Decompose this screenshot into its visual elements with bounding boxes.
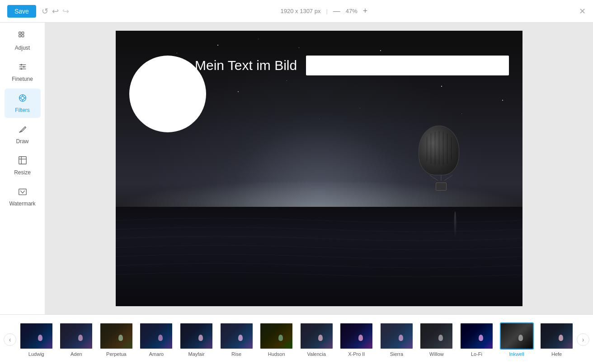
sidebar-item-watermark-label: Watermark	[9, 201, 35, 207]
filter-thumb-valencia	[300, 322, 334, 350]
filter-item-mayfair[interactable]: Mayfair	[177, 321, 216, 359]
filter-thumb-willow	[419, 322, 453, 350]
svg-rect-0	[19, 32, 21, 34]
history-controls: ↺ ↩ ↪	[42, 6, 69, 16]
balloon-basket	[436, 182, 447, 191]
filter-item-inkwell[interactable]: Inkwell	[497, 321, 537, 359]
zoom-out-icon[interactable]: —	[333, 7, 340, 15]
filter-label-valencia: Valencia	[307, 351, 326, 357]
filter-label-amaro: Amaro	[149, 351, 164, 357]
image-dimensions: 1920 x 1307 px	[281, 8, 321, 14]
text-overlay-container: Mein Text im Bild	[195, 56, 509, 75]
filter-label-ludwig: Ludwig	[28, 351, 44, 357]
filter-item-hefe[interactable]: Hefe	[537, 321, 576, 359]
filter-thumb-aden	[59, 322, 93, 350]
sidebar-item-filters-label: Filters	[15, 107, 30, 113]
resize-icon	[18, 155, 28, 168]
close-icon[interactable]: ✕	[579, 6, 586, 16]
svg-rect-3	[22, 35, 24, 37]
watermark-icon	[18, 187, 28, 199]
filter-item-lofi[interactable]: Lo-Fi	[457, 321, 496, 359]
reset-icon[interactable]: ↺	[42, 6, 48, 16]
filter-label-perpetua: Perpetua	[106, 351, 127, 357]
filter-item-valencia[interactable]: Valencia	[297, 321, 336, 359]
svg-rect-2	[22, 32, 24, 34]
filter-item-willow[interactable]: Willow	[417, 321, 456, 359]
zoom-level: 47%	[346, 8, 358, 14]
filter-item-xpro2[interactable]: X-Pro II	[337, 321, 376, 359]
sidebar-item-draw[interactable]: Draw	[5, 120, 41, 149]
filter-item-sierra[interactable]: Sierra	[377, 321, 416, 359]
filter-item-rise[interactable]: Rise	[217, 321, 256, 359]
filter-label-xpro2: X-Pro II	[348, 351, 365, 357]
filter-strip: ‹ Ludwig Aden Perpetua Amaro Mayfair Ris…	[0, 314, 593, 364]
filter-thumb-perpetua	[99, 322, 133, 350]
filter-label-inkwell: Inkwell	[509, 351, 524, 357]
filter-item-ludwig[interactable]: Ludwig	[17, 321, 56, 359]
svg-point-11	[21, 96, 24, 99]
filter-list: Ludwig Aden Perpetua Amaro Mayfair Rise …	[16, 321, 577, 359]
zoom-in-icon[interactable]: +	[363, 6, 368, 16]
balloon-body	[419, 126, 459, 175]
sidebar-item-finetune-label: Finetune	[12, 76, 33, 82]
filter-label-rise: Rise	[231, 351, 241, 357]
filters-icon	[18, 93, 28, 105]
sidebar-item-resize[interactable]: Resize	[5, 151, 41, 180]
sidebar-item-resize-label: Resize	[14, 169, 31, 176]
redo-icon[interactable]: ↪	[62, 6, 69, 16]
filter-label-willow: Willow	[429, 351, 444, 357]
sidebar-item-filters[interactable]: Filters	[5, 89, 41, 118]
draw-icon	[18, 124, 28, 136]
main-layout: Adjust Finetune Filters Draw	[0, 23, 593, 314]
canvas-area: Mein Text im Bild	[45, 23, 593, 314]
svg-line-21	[444, 175, 452, 181]
filter-next-button[interactable]: ›	[577, 333, 589, 346]
svg-rect-19	[19, 189, 26, 195]
filter-thumb-amaro	[139, 322, 173, 350]
water-layer	[116, 207, 522, 306]
filter-item-amaro[interactable]: Amaro	[136, 321, 176, 359]
overlay-input-box[interactable]	[306, 56, 509, 75]
filter-thumb-xpro2	[339, 322, 373, 350]
filter-item-perpetua[interactable]: Perpetua	[97, 321, 136, 359]
filter-item-hudson[interactable]: Hudson	[257, 321, 296, 359]
filter-thumb-hefe	[540, 322, 574, 350]
top-bar: Save ↺ ↩ ↪ 1920 x 1307 px | — 47% + ✕	[0, 0, 593, 23]
sidebar-item-draw-label: Draw	[16, 138, 28, 145]
finetune-icon	[18, 62, 28, 74]
svg-rect-16	[19, 157, 26, 164]
balloon-reflection	[454, 211, 457, 238]
image-info: 1920 x 1307 px | — 47% +	[75, 6, 574, 16]
svg-rect-1	[19, 35, 21, 37]
svg-point-8	[23, 66, 24, 68]
filter-label-mayfair: Mayfair	[188, 351, 205, 357]
overlay-text: Mein Text im Bild	[195, 58, 297, 73]
divider: |	[326, 8, 327, 14]
filter-thumb-ludwig	[19, 322, 53, 350]
save-button[interactable]: Save	[7, 5, 36, 18]
filter-thumb-hudson	[259, 322, 293, 350]
sidebar-item-adjust-label: Adjust	[15, 45, 30, 51]
filter-prev-button[interactable]: ‹	[4, 333, 16, 346]
svg-line-20	[430, 175, 438, 181]
filter-thumb-mayfair	[179, 322, 213, 350]
filter-label-lofi: Lo-Fi	[471, 351, 482, 357]
sidebar-item-watermark[interactable]: Watermark	[5, 182, 41, 211]
filter-thumb-lofi	[460, 322, 494, 350]
sidebar-item-adjust[interactable]: Adjust	[5, 26, 41, 56]
svg-point-9	[20, 68, 22, 70]
svg-point-7	[20, 64, 22, 66]
filter-label-aden: Aden	[71, 351, 82, 357]
filter-thumb-rise	[220, 322, 254, 350]
adjust-icon	[18, 31, 28, 43]
filter-label-sierra: Sierra	[390, 351, 403, 357]
hot-air-balloon	[419, 126, 464, 198]
filter-thumb-sierra	[380, 322, 414, 350]
filter-label-hefe: Hefe	[551, 351, 562, 357]
filter-item-aden[interactable]: Aden	[56, 321, 96, 359]
image-canvas: Mein Text im Bild	[116, 31, 522, 306]
filter-label-hudson: Hudson	[268, 351, 285, 357]
sidebar-item-finetune[interactable]: Finetune	[5, 57, 41, 87]
undo-icon[interactable]: ↩	[52, 6, 59, 16]
filter-thumb-inkwell	[500, 322, 534, 350]
